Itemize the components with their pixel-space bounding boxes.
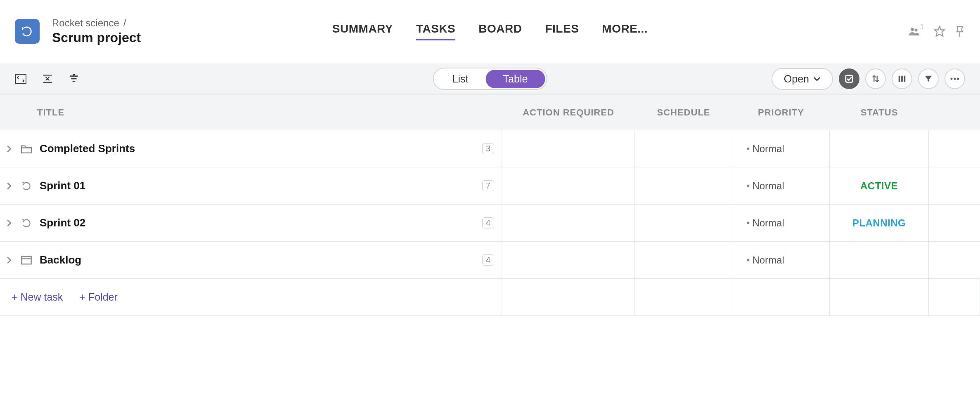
table-row[interactable]: Sprint 02 4 •Normal PLANNING [0,205,980,242]
svg-rect-17 [21,256,31,264]
expand-icon[interactable] [15,73,26,84]
toolbar: List Table Open [0,63,980,95]
backlog-box-icon [19,255,34,265]
view-toggle-list[interactable]: List [435,70,486,88]
tab-files[interactable]: FILES [545,22,579,40]
svg-rect-12 [904,76,906,82]
new-folder-button[interactable]: + Folder [79,291,117,303]
priority-value: Normal [752,254,784,266]
svg-rect-7 [846,75,853,82]
new-task-button[interactable]: + New task [12,291,63,303]
page-title: Scrum project [52,30,141,45]
sprint-icon [19,218,34,228]
table-row[interactable]: Sprint 01 7 •Normal ACTIVE [0,167,980,205]
filter-collapse-icon[interactable] [69,73,79,84]
status-filter-dropdown[interactable]: Open [772,68,833,90]
sprint-icon [19,181,34,191]
expand-row-icon[interactable] [3,145,15,153]
status-value: PLANNING [852,217,906,229]
row-count-badge: 4 [482,217,494,228]
header: Rocket science / Scrum project SUMMARY T… [0,0,980,63]
expand-row-icon[interactable] [3,256,15,264]
row-name: Completed Sprints [40,142,135,155]
priority-value: Normal [752,217,784,229]
toggle-subtasks-button[interactable] [839,68,859,89]
column-header-title[interactable]: TITLE [0,107,502,118]
share-count: 1 [920,24,924,31]
chevron-down-icon [813,76,821,81]
view-toggle: List Table [433,68,547,90]
svg-point-15 [957,78,959,80]
star-icon[interactable] [934,26,945,37]
sprint-loop-icon [21,25,34,38]
filter-button[interactable] [918,68,939,89]
row-name: Sprint 02 [40,216,85,229]
expand-row-icon[interactable] [3,219,15,227]
svg-point-0 [911,28,914,31]
pin-icon[interactable] [954,25,965,38]
priority-value: Normal [752,143,784,155]
svg-rect-4 [15,74,26,83]
header-actions: 1 [909,25,965,38]
svg-point-13 [951,78,953,80]
breadcrumb-separator: / [123,17,126,29]
table-row[interactable]: Backlog 4 •Normal [0,242,980,279]
svg-point-14 [954,78,956,80]
svg-marker-2 [935,26,944,36]
column-header-status[interactable]: STATUS [830,107,929,118]
sort-button[interactable] [865,68,886,89]
breadcrumb: Rocket science / Scrum project [52,17,141,45]
table-body: Completed Sprints 3 •Normal Sprint 01 7 … [0,130,980,316]
status-filter-label: Open [784,73,809,85]
column-header-schedule[interactable]: SCHEDULE [635,107,732,118]
toolbar-left [15,73,79,84]
breadcrumb-parent[interactable]: Rocket science [52,17,119,29]
more-menu-button[interactable] [944,68,965,89]
row-name: Sprint 01 [40,179,85,192]
view-toggle-table[interactable]: Table [486,70,545,88]
svg-rect-10 [899,76,900,82]
status-value: ACTIVE [860,180,898,192]
tab-more[interactable]: MORE... [602,22,648,40]
column-headers: TITLE ACTION REQUIRED SCHEDULE PRIORITY … [0,95,980,130]
folder-icon [19,144,34,154]
tab-summary[interactable]: SUMMARY [332,22,393,40]
footer-row: + New task + Folder [0,279,980,316]
column-header-priority[interactable]: PRIORITY [732,107,830,118]
row-name: Backlog [40,254,81,266]
row-count-badge: 4 [482,254,494,266]
row-count-badge: 7 [482,180,494,191]
svg-rect-11 [901,76,903,82]
toolbar-right: Open [772,68,965,90]
nav-tabs: SUMMARY TASKS BOARD FILES MORE... [332,22,648,40]
expand-row-icon[interactable] [3,182,15,190]
row-count-badge: 3 [482,143,494,154]
collapse-rows-icon[interactable] [42,73,53,84]
column-header-action[interactable]: ACTION REQUIRED [502,107,635,118]
table-row[interactable]: Completed Sprints 3 •Normal [0,130,980,167]
svg-point-1 [915,29,918,32]
columns-button[interactable] [892,68,912,89]
priority-value: Normal [752,180,784,192]
project-icon [15,19,40,44]
tab-tasks[interactable]: TASKS [416,22,455,40]
tab-board[interactable]: BOARD [478,22,522,40]
share-icon[interactable]: 1 [909,26,925,36]
